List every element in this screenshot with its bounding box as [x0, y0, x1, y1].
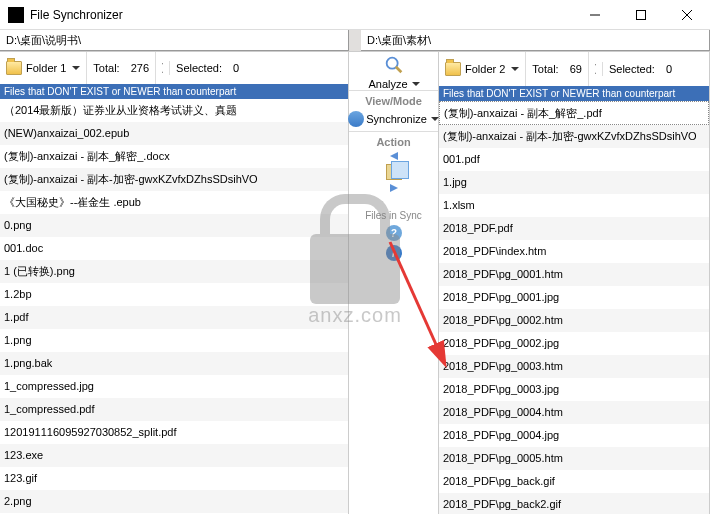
maximize-button[interactable]: [618, 0, 664, 30]
right-pane: Folder 2 Total: 69 Selected: 0 Files tha…: [439, 52, 710, 514]
left-pane: Folder 1 Total: 276 Selected: 0 Files th…: [0, 52, 349, 514]
chevron-down-icon: [511, 67, 519, 71]
file-row[interactable]: 1.pdf: [0, 306, 348, 329]
file-row[interactable]: 2018_PDF\pg_0004.htm: [439, 401, 709, 424]
file-row[interactable]: 001.pdf: [439, 148, 709, 171]
synchronize-button[interactable]: Synchronize: [348, 111, 439, 127]
file-row[interactable]: 123.gif: [0, 467, 348, 490]
folder1-total: Total: 276: [87, 52, 156, 84]
close-button[interactable]: [664, 0, 710, 30]
folder2-total: Total: 69: [526, 52, 589, 86]
folder2-label: Folder 2: [465, 63, 505, 75]
titlebar: File Synchronizer: [0, 0, 710, 30]
file-row[interactable]: (复制)-anxaizai - 副本-加密-gwxKZvfxDZhsSDsihV…: [0, 168, 348, 191]
left-file-list[interactable]: （2014最新版）证券业从业资格考试讲义、真题(NEW)anxaizai_002…: [0, 99, 348, 514]
file-row[interactable]: 2018_PDF\pg_0001.htm: [439, 263, 709, 286]
file-row[interactable]: 2018_PDF\index.htm: [439, 240, 709, 263]
window-title: File Synchronizer: [30, 8, 123, 22]
folder1-label: Folder 1: [26, 62, 66, 74]
svg-rect-1: [637, 10, 646, 19]
folder2-button[interactable]: Folder 2: [439, 52, 526, 86]
file-row[interactable]: 001.doc: [0, 237, 348, 260]
copy-left-button[interactable]: [390, 152, 398, 160]
info-icon[interactable]: i: [386, 245, 402, 261]
chevron-down-icon: [431, 117, 439, 121]
action-heading: Action: [376, 136, 410, 148]
path-separator: [349, 30, 361, 51]
file-row[interactable]: 1_compressed.jpg: [0, 375, 348, 398]
file-row[interactable]: 120191116095927030852_split.pdf: [0, 421, 348, 444]
file-row[interactable]: 2018_PDF\pg_0005.htm: [439, 447, 709, 470]
file-row[interactable]: 123.exe: [0, 444, 348, 467]
file-row[interactable]: 2018_PDF\pg_back2.gif: [439, 493, 709, 514]
analyze-icon: [383, 54, 405, 76]
right-list-header: Files that DON'T EXIST or NEWER than cou…: [439, 86, 709, 101]
file-row[interactable]: (复制)-anxaizai - 副本-加密-gwxKZvfxDZhsSDsihV…: [439, 125, 709, 148]
file-row[interactable]: 2018_PDF\pg_0004.jpg: [439, 424, 709, 447]
file-row[interactable]: 2018_PDF\pg_back.gif: [439, 470, 709, 493]
folder1-button[interactable]: Folder 1: [0, 52, 87, 84]
folder-icon: [445, 62, 461, 76]
folder1-clear-button[interactable]: [156, 61, 170, 75]
left-list-header: Files that DON'T EXIST or NEWER than cou…: [0, 84, 348, 98]
file-row[interactable]: 2018_PDF\pg_0002.htm: [439, 309, 709, 332]
file-row[interactable]: 1.png.bak: [0, 352, 348, 375]
file-row[interactable]: 0.png: [0, 214, 348, 237]
file-row[interactable]: 《大国秘史》--崔金生 .epub: [0, 191, 348, 214]
file-row[interactable]: (NEW)anxaizai_002.epub: [0, 122, 348, 145]
sync-icon: [348, 111, 364, 127]
analyze-button[interactable]: Analyze: [368, 78, 419, 90]
file-row[interactable]: 2018_PDF\pg_0002.jpg: [439, 332, 709, 355]
file-row[interactable]: 1 (已转换).png: [0, 260, 348, 283]
path-left[interactable]: D:\桌面\说明书\: [0, 30, 349, 51]
folder2-clear-button[interactable]: [589, 62, 603, 76]
files-in-sync-label: Files in Sync: [365, 210, 422, 221]
app-icon: [8, 7, 24, 23]
file-row[interactable]: 1.png: [0, 329, 348, 352]
copy-right-button[interactable]: [390, 184, 398, 192]
file-row[interactable]: 1.jpg: [439, 171, 709, 194]
file-row[interactable]: 2.png: [0, 490, 348, 513]
copy-both-button[interactable]: [386, 164, 402, 180]
file-row[interactable]: 1.2bp: [0, 283, 348, 306]
chevron-down-icon: [412, 82, 420, 86]
file-row[interactable]: (复制)-anxaizai - 副本_解密_.docx: [0, 145, 348, 168]
file-row[interactable]: （2014最新版）证券业从业资格考试讲义、真题: [0, 99, 348, 122]
mid-panel: Analyze View/Mode Synchronize Action Fil…: [349, 52, 439, 514]
chevron-down-icon: [72, 66, 80, 70]
right-file-list[interactable]: (复制)-anxaizai - 副本_解密_.pdf(复制)-anxaizai …: [439, 101, 709, 514]
viewmode-heading: View/Mode: [365, 95, 422, 107]
file-row[interactable]: 1.xlsm: [439, 194, 709, 217]
svg-line-7: [396, 67, 402, 73]
folder2-selected: Selected: 0: [603, 52, 678, 86]
minimize-button[interactable]: [572, 0, 618, 30]
folder1-selected: Selected: 0: [170, 52, 245, 84]
path-right[interactable]: D:\桌面\素材\: [361, 30, 710, 51]
file-row[interactable]: 2018_PDF\pg_0003.htm: [439, 355, 709, 378]
file-row[interactable]: 1_compressed.pdf: [0, 398, 348, 421]
question-icon[interactable]: ?: [386, 225, 402, 241]
path-bar: D:\桌面\说明书\ D:\桌面\素材\: [0, 30, 710, 52]
folder-icon: [6, 61, 22, 75]
file-row[interactable]: 2018_PDF\pg_0001.jpg: [439, 286, 709, 309]
file-row[interactable]: (复制)-anxaizai - 副本_解密_.pdf: [439, 101, 709, 125]
file-row[interactable]: 2018_PDF\pg_0003.jpg: [439, 378, 709, 401]
file-row[interactable]: 2018_PDF.pdf: [439, 217, 709, 240]
